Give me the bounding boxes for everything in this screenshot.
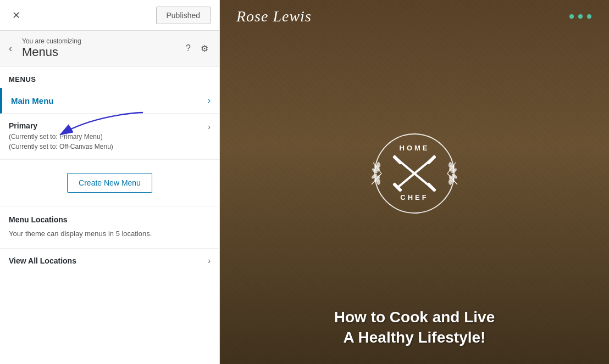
nav-dot-3 — [587, 14, 591, 19]
back-button[interactable]: ‹ — [9, 41, 16, 57]
preview-nav-dots — [568, 14, 593, 19]
you-are-customizing-label: You are customizing — [22, 37, 178, 45]
create-new-menu-button[interactable]: Create New Menu — [67, 173, 152, 193]
primary-info: Primary (Currently set to: Primary Menu)… — [9, 121, 208, 152]
menu-locations-section: Menu Locations Your theme can display me… — [0, 206, 219, 244]
site-title: Rose Lewis — [236, 8, 312, 25]
logo-svg: HOME CHEF — [370, 130, 458, 217]
menu-locations-description: Your theme can display menus in 5 locati… — [9, 228, 211, 239]
settings-icon-button[interactable]: ⚙ — [198, 41, 211, 56]
primary-menu-item[interactable]: Primary (Currently set to: Primary Menu)… — [0, 114, 219, 160]
primary-label: Primary — [9, 121, 208, 130]
view-all-locations-label: View All Locations — [9, 256, 208, 265]
main-menu-chevron-icon: › — [208, 96, 211, 105]
customize-title: Menus — [22, 45, 178, 59]
menus-section-heading: Menus — [0, 66, 219, 88]
left-panel: ✕ Published ‹ You are customizing Menus … — [0, 0, 220, 364]
primary-sub1: (Currently set to: Primary Menu) — [9, 132, 208, 142]
primary-sub2: (Currently set to: Off-Canvas Menu) — [9, 142, 208, 152]
header-icons: ? ⚙ — [184, 41, 211, 56]
help-icon-button[interactable]: ? — [184, 41, 193, 55]
svg-text:HOME: HOME — [400, 144, 430, 152]
published-button[interactable]: Published — [156, 7, 211, 24]
nav-dot-2 — [578, 14, 583, 19]
preview-topbar: Rose Lewis — [220, 0, 609, 33]
customize-info: You are customizing Menus — [22, 37, 178, 59]
menu-locations-title: Menu Locations — [9, 215, 211, 224]
primary-chevron-icon: › — [208, 122, 211, 131]
svg-line-23 — [429, 184, 434, 190]
svg-line-22 — [395, 157, 400, 163]
top-bar: ✕ Published — [0, 0, 219, 31]
main-menu-item[interactable]: Main Menu › — [0, 88, 219, 114]
svg-text:CHEF: CHEF — [400, 193, 428, 201]
view-all-chevron-icon: › — [208, 256, 211, 265]
preview-panel: Rose Lewis HOME CHEF — [220, 0, 609, 364]
svg-line-24 — [429, 157, 434, 163]
create-menu-section: Create New Menu — [0, 160, 219, 206]
nav-dot-1 — [569, 14, 574, 19]
logo-circle: HOME CHEF — [370, 130, 458, 217]
main-menu-label: Main Menu — [11, 96, 208, 105]
view-all-locations-item[interactable]: View All Locations › — [0, 248, 219, 273]
customize-header: ‹ You are customizing Menus ? ⚙ — [0, 31, 219, 66]
preview-bottom-text: How to Cook and Live A Healthy Lifestyle… — [220, 307, 609, 348]
preview-background: Rose Lewis HOME CHEF — [220, 0, 609, 364]
preview-headline-line2: A Healthy Lifestyle! — [242, 328, 587, 348]
close-button[interactable]: ✕ — [9, 7, 24, 24]
preview-headline-line1: How to Cook and Live — [242, 307, 587, 327]
